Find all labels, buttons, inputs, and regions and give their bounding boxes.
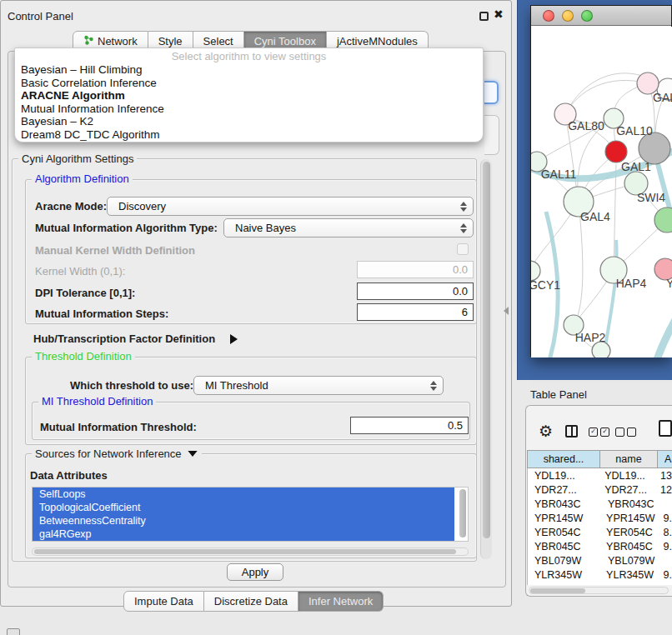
table-row[interactable]: YDL19...YDL19...13: [528, 468, 672, 482]
table-cell[interactable]: YBR043C: [528, 498, 603, 510]
algorithm-option[interactable]: ARACNE Algorithm: [15, 89, 483, 102]
deselect-all-checkboxes-icon[interactable]: [615, 428, 636, 437]
hub-section-label: Hub/Transcription Factor Definition: [33, 332, 215, 345]
network-node[interactable]: [654, 208, 672, 232]
attributes-hscrollbar[interactable]: [32, 548, 469, 556]
settings-scrollbar[interactable]: [480, 159, 492, 559]
node-label: GAL1: [621, 160, 651, 173]
table-cell[interactable]: YER054C: [601, 527, 659, 538]
scrollbar-thumb[interactable]: [34, 549, 456, 554]
zoom-traffic-light-icon[interactable]: [581, 10, 593, 22]
kernel-width-field[interactable]: 0.0: [357, 261, 474, 278]
table-row[interactable]: YBR045CYBR045C9.: [528, 539, 672, 553]
select-all-checkboxes-icon[interactable]: ✓✓: [589, 428, 609, 437]
table-cell[interactable]: YBL079W: [603, 555, 663, 567]
table-cell[interactable]: YDR27...: [528, 484, 599, 496]
node-label: GCY1: [531, 278, 560, 292]
table-cell[interactable]: YLR345W: [528, 569, 601, 581]
attributes-scrollbar[interactable]: [459, 488, 467, 540]
column-header-shared-name[interactable]: shared...: [527, 450, 600, 468]
table-cell[interactable]: YDR27...: [599, 484, 657, 496]
columns-icon[interactable]: [565, 425, 578, 438]
algorithm-option[interactable]: Bayesian – K2: [15, 115, 483, 128]
threshold-definition-title: Threshold Definition: [32, 351, 135, 362]
table-row[interactable]: YDR27...YDR27...12: [528, 482, 672, 497]
table-cell[interactable]: 13: [657, 470, 672, 482]
new-table-icon[interactable]: [659, 420, 672, 437]
network-window-titlebar[interactable]: [531, 6, 671, 26]
table-row[interactable]: YBR043CYBR043C: [528, 497, 672, 511]
dpi-tolerance-field[interactable]: 0.0: [357, 282, 474, 300]
algorithm-option[interactable]: Bayesian – Hill Climbing: [15, 63, 483, 77]
table-cell[interactable]: YBR043C: [603, 498, 663, 510]
mi-steps-field[interactable]: 6: [357, 303, 474, 321]
table-cell[interactable]: YER054C: [528, 527, 601, 538]
apply-button[interactable]: Apply: [227, 563, 283, 581]
minimize-traffic-light-icon[interactable]: [562, 10, 574, 22]
table-cell[interactable]: 12: [657, 484, 672, 496]
attribute-list-item[interactable]: BetweennessCentrality: [33, 514, 454, 528]
mi-threshold-field[interactable]: 0.5: [350, 417, 469, 434]
table-cell[interactable]: YBR045C: [528, 541, 601, 552]
sources-group-title[interactable]: Sources for Network Inference: [32, 448, 202, 459]
aracne-mode-value: Discovery: [118, 200, 166, 212]
attribute-list-item[interactable]: TopologicalCoefficient: [33, 501, 454, 514]
table-cell[interactable]: 9.: [660, 512, 672, 524]
column-header-partial[interactable]: A: [658, 450, 672, 468]
table-cell[interactable]: YPR145W: [601, 512, 659, 524]
table-row[interactable]: YPR145WYPR145W9.: [528, 511, 672, 525]
tab-infer-network[interactable]: Infer Network: [298, 591, 384, 612]
table-cell[interactable]: YIL052C: [603, 583, 663, 586]
table-cell[interactable]: YPR145W: [528, 512, 601, 524]
table-row[interactable]: YER054CYER054C8.: [528, 525, 672, 539]
hub-expand-icon[interactable]: [230, 332, 238, 348]
table-cell[interactable]: 9.: [660, 569, 672, 581]
scrollbar-thumb[interactable]: [530, 588, 585, 593]
table-row[interactable]: YIL052CYIL052C9: [528, 582, 672, 585]
which-threshold-combo[interactable]: MI Threshold: [193, 376, 444, 395]
stepper-icon: [430, 381, 437, 391]
attribute-list-item[interactable]: SelfLoops: [33, 488, 454, 501]
attribute-list-item[interactable]: gal4RGexp: [33, 528, 454, 541]
minimized-panel-icon[interactable]: [7, 628, 20, 635]
manual-kernel-checkbox[interactable]: [457, 243, 469, 255]
table-row[interactable]: YLR345WYLR345W9.: [528, 568, 672, 582]
aracne-mode-combo[interactable]: Discovery: [107, 197, 474, 216]
close-icon[interactable]: ✖: [494, 8, 504, 21]
table-cell[interactable]: 9.: [660, 541, 672, 552]
table-cell[interactable]: YDL19...: [528, 470, 599, 482]
table-cell[interactable]: YDL19...: [599, 470, 657, 482]
scrollbar-thumb[interactable]: [459, 489, 466, 538]
node-label: GAL10: [616, 124, 653, 138]
table-cell[interactable]: YBL079W: [528, 555, 603, 567]
table-row[interactable]: YBL079WYBL079W: [528, 553, 672, 568]
column-header-name[interactable]: name: [600, 450, 658, 468]
mi-type-combo[interactable]: Naive Bayes: [223, 218, 474, 238]
node-label: HAP2: [575, 331, 606, 344]
table-cell[interactable]: YIL052C: [528, 583, 603, 586]
algorithm-option[interactable]: Dream8 DC_TDC Algorithm: [15, 128, 483, 142]
sources-title-label: Sources for Network Inference: [35, 448, 182, 459]
table-hscrollbar[interactable]: [529, 587, 669, 594]
tab-impute-data[interactable]: Impute Data: [123, 591, 204, 612]
gear-icon[interactable]: ⚙: [539, 422, 553, 441]
scrollbar-thumb[interactable]: [483, 162, 490, 538]
table-cell[interactable]: 9: [663, 583, 672, 586]
table-header: shared... name A: [527, 450, 672, 468]
float-window-icon[interactable]: [479, 12, 489, 21]
algorithm-definition-title: Algorithm Definition: [32, 173, 133, 184]
data-attributes-label: Data Attributes: [30, 469, 108, 482]
network-canvas[interactable]: GALGAL80GAL10GAL1GAL11SWI4GAL4GCY1HAP4HA…: [531, 27, 672, 358]
table-cell[interactable]: YBR045C: [601, 541, 659, 552]
tab-discretize-data[interactable]: Discretize Data: [204, 591, 298, 612]
table-cell[interactable]: YLR345W: [601, 569, 659, 581]
collapse-icon[interactable]: [188, 451, 197, 457]
table-cell[interactable]: 8.: [660, 527, 672, 538]
algorithm-option[interactable]: Mutual Information Inference: [15, 102, 483, 116]
mi-type-value: Naive Bayes: [235, 222, 296, 234]
algorithm-option[interactable]: Basic Correlation Inference: [15, 77, 483, 90]
close-traffic-light-icon[interactable]: [543, 10, 554, 22]
control-panel-title: Control Panel: [8, 10, 73, 22]
split-pane-handle[interactable]: [504, 307, 509, 315]
data-attributes-list[interactable]: SelfLoopsTopologicalCoefficientBetweenne…: [32, 487, 469, 542]
